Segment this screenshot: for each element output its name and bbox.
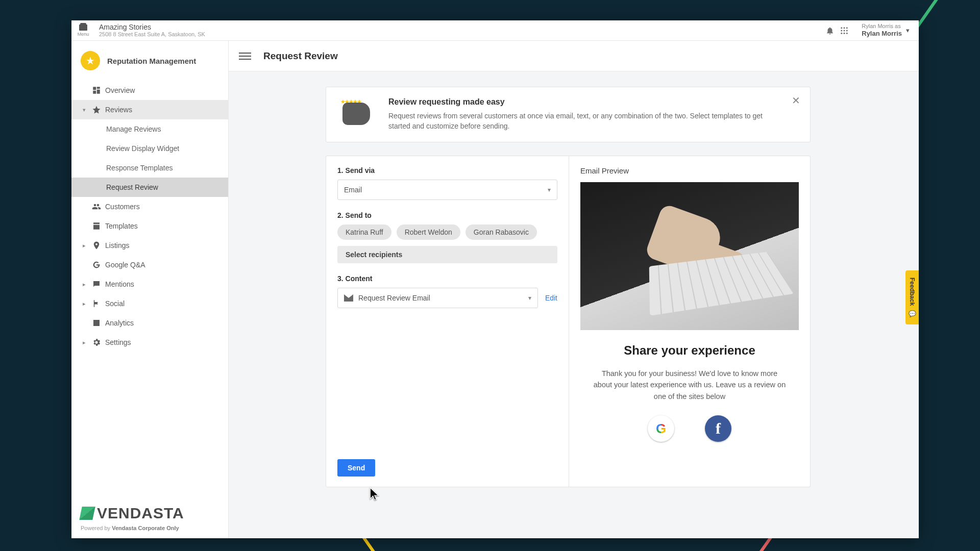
notifications-icon[interactable]	[823, 23, 837, 38]
impersonation-label: Rylan Morris as	[862, 23, 902, 30]
sidebar-item-analytics[interactable]: Analytics	[71, 313, 228, 333]
chevron-right-icon: ▸	[83, 300, 88, 307]
select-recipients-button[interactable]: Select recipients	[337, 246, 557, 263]
page-title: Request Review	[263, 51, 338, 62]
sidebar-item-google-qa[interactable]: Google Q&A	[71, 255, 228, 274]
svg-point-5	[846, 30, 848, 31]
sidebar-item-reviews[interactable]: ▾ Reviews	[71, 100, 228, 119]
send-via-value: Email	[344, 186, 362, 194]
business-context[interactable]: Amazing Stories 2508 8 Street East Suite…	[99, 23, 205, 38]
preview-panel-title: Email Preview	[580, 166, 799, 175]
star-icon: ★	[81, 51, 100, 70]
recipient-chip[interactable]: Goran Rabasovic	[465, 224, 537, 240]
pin-icon	[88, 241, 105, 250]
chevron-down-icon: ▾	[528, 294, 531, 302]
vendor-logo-icon	[79, 507, 95, 520]
preview-body: Thank you for your business! We'd love t…	[580, 368, 799, 402]
people-icon	[88, 202, 105, 211]
user-menu[interactable]: Rylan Morris as Rylan Morris ▾	[862, 23, 910, 38]
powered-by: Powered by Vendasta Corporate Only	[81, 525, 219, 531]
step2-label: 2. Send to	[337, 211, 557, 219]
user-name: Rylan Morris	[862, 30, 902, 38]
app-window: Menu Amazing Stories 2508 8 Street East …	[71, 20, 919, 538]
preview-panel: Email Preview Share your experience Than…	[569, 156, 811, 487]
main-area: Request Review ★★★★★ Review requesting m…	[229, 41, 919, 538]
recipient-chip[interactable]: Robert Weldon	[397, 224, 460, 240]
chevron-down-icon: ▾	[548, 186, 551, 193]
info-banner: ★★★★★ Review requesting made easy Reques…	[326, 87, 811, 142]
sidebar-sub-review-display-widget[interactable]: Review Display Widget	[71, 139, 228, 158]
main-menu-button[interactable]: Menu	[75, 24, 92, 37]
dashboard-icon	[88, 86, 105, 95]
step1-label: 1. Send via	[337, 166, 557, 174]
chat-icon	[88, 280, 105, 289]
sidebar-sub-request-review[interactable]: Request Review	[71, 178, 228, 197]
send-via-select[interactable]: Email ▾	[337, 180, 557, 200]
chevron-down-icon: ▾	[83, 107, 88, 113]
sidebar-item-templates[interactable]: Templates	[71, 216, 228, 236]
apps-grid-icon[interactable]	[837, 23, 851, 38]
bar-chart-icon	[88, 318, 105, 328]
preview-heading: Share your experience	[580, 343, 799, 358]
banner-body: Request reviews from several customers a…	[388, 111, 785, 132]
svg-point-0	[841, 27, 843, 29]
close-icon[interactable]: ✕	[790, 94, 802, 107]
sidebar-footer: VENDASTA Powered by Vendasta Corporate O…	[71, 494, 228, 538]
content-template-select[interactable]: Request Review Email ▾	[337, 288, 538, 308]
chevron-down-icon: ▾	[906, 27, 910, 35]
chevron-right-icon: ▸	[83, 281, 88, 288]
sidebar-item-social[interactable]: ▸ Social	[71, 294, 228, 313]
banner-title: Review requesting made easy	[388, 97, 785, 107]
chat-icon: 💬	[909, 310, 916, 317]
product-name: Reputation Management	[107, 57, 196, 65]
star-icon	[88, 105, 105, 114]
page-content: ★★★★★ Review requesting made easy Reques…	[229, 71, 919, 538]
store-icon	[79, 24, 87, 31]
sidebar-item-settings[interactable]: ▸ Settings	[71, 333, 228, 352]
svg-point-3	[841, 30, 843, 31]
business-address: 2508 8 Street East Suite A, Saskatoon, S…	[99, 31, 205, 38]
sidebar-item-customers[interactable]: Customers	[71, 197, 228, 216]
send-button[interactable]: Send	[337, 459, 375, 477]
page-header: Request Review	[229, 41, 919, 71]
svg-point-4	[844, 30, 845, 31]
gear-icon	[88, 338, 105, 347]
sidebar-item-mentions[interactable]: ▸ Mentions	[71, 274, 228, 294]
banner-illustration: ★★★★★	[337, 97, 377, 128]
preview-hero-image	[580, 182, 799, 330]
content-template-value: Request Review Email	[358, 294, 430, 302]
sidebar-item-listings[interactable]: ▸ Listings	[71, 236, 228, 255]
sidebar-item-overview[interactable]: Overview	[71, 81, 228, 100]
chevron-right-icon: ▸	[83, 339, 88, 346]
svg-point-8	[846, 32, 848, 34]
google-icon	[88, 260, 105, 269]
chevron-right-icon: ▸	[83, 242, 88, 249]
edit-template-link[interactable]: Edit	[545, 294, 557, 302]
feedback-tab[interactable]: Feedback 💬	[905, 270, 919, 324]
recipient-chip[interactable]: Katrina Ruff	[337, 224, 391, 240]
top-bar: Menu Amazing Stories 2508 8 Street East …	[71, 20, 919, 41]
sidebar-nav: Overview ▾ Reviews Manage Reviews Review…	[71, 81, 228, 352]
vendor-logo: VENDASTA	[81, 505, 219, 522]
facebook-review-icon[interactable]: f	[705, 415, 731, 442]
svg-point-6	[841, 32, 843, 34]
recipient-chips: Katrina Ruff Robert Weldon Goran Rabasov…	[337, 224, 557, 240]
compose-panel: 1. Send via Email ▾ 2. Send to Katrina R…	[326, 156, 569, 487]
sidebar-sub-response-templates[interactable]: Response Templates	[71, 158, 228, 178]
sidebar: ★ Reputation Management Overview ▾ Revie…	[71, 41, 229, 538]
google-review-icon[interactable]: G	[648, 415, 674, 442]
menu-label: Menu	[78, 32, 89, 37]
svg-point-7	[844, 32, 845, 34]
document-icon	[88, 221, 105, 231]
hamburger-icon[interactable]	[239, 50, 251, 62]
mail-icon	[344, 294, 353, 302]
svg-point-2	[846, 27, 848, 29]
product-header[interactable]: ★ Reputation Management	[71, 41, 228, 81]
step3-label: 3. Content	[337, 274, 557, 283]
svg-point-1	[844, 27, 845, 29]
flag-icon	[88, 299, 105, 308]
business-name: Amazing Stories	[99, 23, 205, 32]
sidebar-sub-manage-reviews[interactable]: Manage Reviews	[71, 119, 228, 139]
